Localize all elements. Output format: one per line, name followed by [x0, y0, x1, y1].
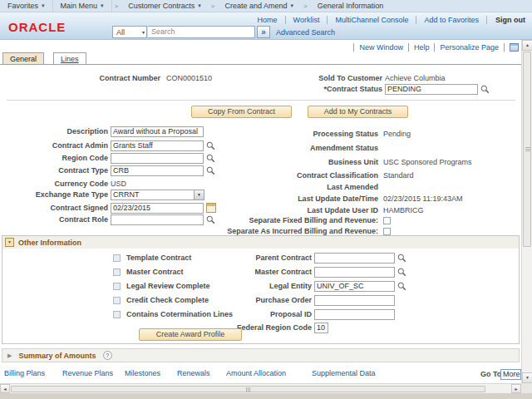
- footer-link-billing-plans[interactable]: Billing Plans: [4, 369, 45, 377]
- breadcrumb-create-and-amend[interactable]: Create and Amend ▾: [217, 0, 301, 12]
- business-unit-row: Business Unit USC Sponsored Programs: [0, 157, 521, 169]
- credit-check-checkbox[interactable]: [113, 297, 121, 304]
- federal-region-row: Federal Region Code 10: [2, 323, 519, 334]
- scroll-left-icon[interactable]: ◄: [0, 384, 10, 393]
- processing-status-row: Processing Status Pending: [0, 129, 521, 140]
- separate-fixed-checkbox[interactable]: [383, 217, 391, 224]
- contract-status-input[interactable]: PENDING: [385, 84, 478, 95]
- horizontal-scroll-thumb[interactable]: [11, 386, 485, 392]
- search-go-button[interactable]: »: [257, 26, 270, 38]
- footer-link-amount-allocation[interactable]: Amount Allocation: [226, 369, 286, 377]
- help-link[interactable]: Help: [408, 43, 435, 52]
- purchase-order-label: Purchase Order: [167, 295, 312, 306]
- breadcrumb-current-page-label: General Information: [318, 2, 384, 10]
- separate-incurred-checkbox[interactable]: [383, 228, 391, 235]
- breadcrumb-separator-icon: >: [112, 2, 121, 10]
- scroll-grip: [525, 147, 530, 151]
- scroll-up-icon[interactable]: ▲: [522, 40, 532, 51]
- chevron-down-icon: ▾: [291, 2, 294, 9]
- scroll-down-icon[interactable]: ▼: [522, 372, 532, 383]
- search-scope-select[interactable]: All ▾: [112, 26, 147, 38]
- tab-lines-label: Lines: [61, 55, 79, 63]
- separate-fixed-label: Separate Fixed Billing and Revenue:: [200, 215, 378, 226]
- scroll-right-icon[interactable]: ►: [511, 384, 521, 393]
- other-information-header: ▼ Other Information: [2, 236, 519, 249]
- last-update-datetime-label: Last Update Date/Time: [249, 194, 378, 204]
- parent-contract-input[interactable]: [314, 253, 395, 264]
- create-award-profile-button[interactable]: Create Award Profile: [139, 328, 242, 341]
- legal-entity-lookup-icon[interactable]: [397, 282, 406, 291]
- breadcrumb-customer-contracts[interactable]: Customer Contracts ▾: [121, 0, 209, 12]
- credit-check-row: Credit Check Complete Purchase Order: [2, 295, 519, 307]
- double-chevron-icon: »: [261, 27, 266, 37]
- last-update-datetime-value: 02/23/2015 11:19:43AM: [383, 194, 462, 204]
- contract-status-label: *Contract Status: [258, 84, 382, 95]
- breadcrumb-customer-contracts-label: Customer Contracts: [128, 2, 195, 10]
- federal-region-code-input[interactable]: 10: [314, 323, 328, 333]
- sign-out-link[interactable]: Sign out: [487, 16, 527, 24]
- oracle-logo: ORACLE: [8, 20, 66, 34]
- breadcrumb-separator-icon: >: [209, 2, 218, 10]
- template-contract-row: Template Contract Parent Contract: [2, 253, 519, 264]
- copy-from-contract-button[interactable]: Copy From Contract: [191, 106, 292, 118]
- footer-link-renewals[interactable]: Renewals: [177, 369, 210, 377]
- legal-review-row: Legal Review Complete Legal Entity UNIV_…: [2, 281, 519, 293]
- legal-review-checkbox[interactable]: [113, 283, 121, 290]
- parent-contract-label: Parent Contract: [167, 253, 312, 264]
- other-information-section: ▼ Other Information Template Contract Pa…: [2, 235, 520, 344]
- nav-home-link[interactable]: Home: [250, 16, 286, 24]
- tab-divider: [0, 64, 521, 65]
- horizontal-scrollbar[interactable]: ◄ ►: [0, 383, 521, 393]
- breadcrumb-create-and-amend-label: Create and Amend: [224, 2, 287, 10]
- vertical-scrollbar[interactable]: ▲ ▼: [521, 40, 532, 383]
- new-window-link[interactable]: New Window: [353, 43, 408, 52]
- cotermination-checkbox[interactable]: [113, 311, 121, 318]
- collapse-section-icon[interactable]: ▼: [5, 238, 14, 247]
- breadcrumb-separator-icon: >: [301, 2, 310, 10]
- goto-select[interactable]: More: [500, 369, 521, 380]
- last-amended-label: Last Amended: [249, 182, 378, 193]
- tab-lines[interactable]: Lines: [53, 52, 86, 65]
- purchase-order-input[interactable]: [314, 295, 395, 306]
- nav-multichannel-console-link[interactable]: MultiChannel Console: [328, 16, 416, 24]
- legal-entity-input[interactable]: UNIV_OF_SC: [314, 281, 395, 292]
- chevron-down-icon: ▾: [42, 2, 45, 9]
- master-contract-input[interactable]: [314, 267, 395, 278]
- scrollbar-corner: [521, 383, 532, 393]
- section-divider: [7, 100, 515, 101]
- search-scope-value: All: [116, 28, 125, 37]
- proposal-id-input[interactable]: [314, 309, 395, 320]
- footer-link-milestones[interactable]: Milestones: [125, 369, 160, 377]
- summary-of-amounts-title: Summary of Amounts: [18, 352, 96, 360]
- search-input[interactable]: Search: [148, 26, 255, 38]
- breadcrumb-main-menu-label: Main Menu: [61, 2, 98, 10]
- vertical-scroll-thumb[interactable]: [523, 52, 531, 247]
- processing-status-value: Pending: [383, 129, 411, 140]
- advanced-search-link[interactable]: Advanced Search: [276, 28, 335, 37]
- nav-worklist-link[interactable]: Worklist: [286, 16, 328, 24]
- master-contract-checkbox[interactable]: [113, 268, 121, 276]
- add-to-my-contracts-button[interactable]: Add to My Contracts: [308, 106, 408, 118]
- chevron-down-icon: ▾: [198, 2, 201, 9]
- personalize-layout-icon[interactable]: [510, 43, 519, 52]
- cotermination-row: Contains Cotermination Lines Proposal ID: [2, 309, 519, 321]
- help-icon[interactable]: ?: [103, 351, 112, 360]
- amendment-status-label: Amendment Status: [249, 143, 378, 154]
- personalize-page-link[interactable]: Personalize Page: [434, 43, 504, 52]
- footer-link-revenue-plans[interactable]: Revenue Plans: [62, 369, 113, 377]
- header-nav: Home Worklist MultiChannel Console Add t…: [250, 16, 527, 24]
- master-contract-lookup-icon[interactable]: [397, 268, 406, 277]
- footer-link-supplemental-data[interactable]: Supplemental Data: [312, 369, 376, 377]
- tab-general[interactable]: General: [2, 52, 44, 65]
- last-amended-row: Last Amended: [0, 182, 521, 194]
- sold-to-customer-link[interactable]: Achieve Columbia: [385, 73, 446, 85]
- contract-status-lookup-icon[interactable]: [480, 85, 490, 94]
- header-bar: ORACLE All ▾ Search » Advanced Search Ho…: [0, 12, 532, 40]
- expand-section-icon[interactable]: ▶: [7, 352, 12, 359]
- breadcrumb-main-menu[interactable]: Main Menu ▾: [53, 0, 112, 12]
- other-information-title: Other Information: [18, 239, 81, 247]
- template-contract-checkbox[interactable]: [113, 254, 121, 262]
- nav-add-to-favorites-link[interactable]: Add to Favorites: [416, 16, 487, 24]
- breadcrumb-favorites[interactable]: Favorites ▾: [0, 0, 53, 12]
- parent-contract-lookup-icon[interactable]: [397, 254, 406, 263]
